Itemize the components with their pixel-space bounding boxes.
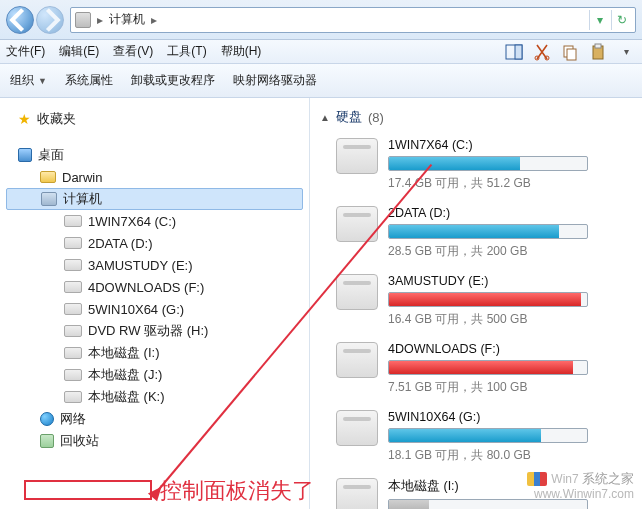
menu-help[interactable]: 帮助(H) (221, 43, 262, 60)
tree-drive-item[interactable]: 本地磁盘 (J:) (0, 364, 309, 386)
drive-icon (64, 325, 82, 337)
tree-label: 收藏夹 (37, 110, 76, 128)
tree-favorites[interactable]: ★ 收藏夹 (0, 108, 309, 130)
organize-button[interactable]: 组织▼ (10, 72, 47, 89)
tree-computer[interactable]: 计算机 (6, 188, 303, 210)
tree-label: 网络 (60, 410, 86, 428)
cut-icon[interactable] (532, 42, 552, 62)
capacity-fill (389, 361, 573, 374)
menu-bar: 文件(F) 编辑(E) 查看(V) 工具(T) 帮助(H) ▾ (0, 40, 642, 64)
capacity-bar (388, 360, 588, 375)
drive-icon (64, 259, 82, 271)
drive-item[interactable]: 2DATA (D:)28.5 GB 可用，共 200 GB (318, 202, 642, 270)
tree-user[interactable]: Darwin (0, 166, 309, 188)
desktop-icon (18, 148, 32, 162)
capacity-bar (388, 224, 588, 239)
drive-stats: 17.4 GB 可用，共 51.2 GB (388, 175, 632, 192)
drive-name: 5WIN10X64 (G:) (388, 410, 632, 424)
tree-network[interactable]: 网络 (0, 408, 309, 430)
tree-drive-item[interactable]: 5WIN10X64 (G:) (0, 298, 309, 320)
tree-label: Darwin (62, 170, 102, 185)
drive-name: 4DOWNLOADS (F:) (388, 342, 632, 356)
capacity-bar (388, 428, 588, 443)
paste-icon[interactable] (588, 42, 608, 62)
tree-drive-item[interactable]: 3AMUSTUDY (E:) (0, 254, 309, 276)
menu-file[interactable]: 文件(F) (6, 43, 45, 60)
drive-item[interactable]: 1WIN7X64 (C:)17.4 GB 可用，共 51.2 GB (318, 134, 642, 202)
tree-label: 计算机 (63, 190, 102, 208)
capacity-fill (389, 500, 429, 509)
refresh-button[interactable]: ↻ (611, 10, 631, 30)
drive-icon (64, 281, 82, 293)
drive-icon (64, 369, 82, 381)
hard-disk-icon (336, 478, 378, 509)
titlebar: ▸ 计算机 ▸ ▾ ↻ (0, 0, 642, 40)
tree-label: 桌面 (38, 146, 64, 164)
tree-drive-item[interactable]: 1WIN7X64 (C:) (0, 210, 309, 232)
drive-item[interactable]: 3AMUSTUDY (E:)16.4 GB 可用，共 500 GB (318, 270, 642, 338)
tree-drive-item[interactable]: 4DOWNLOADS (F:) (0, 276, 309, 298)
capacity-bar (388, 156, 588, 171)
address-bar[interactable]: ▸ 计算机 ▸ ▾ ↻ (70, 7, 636, 33)
tree-label: 2DATA (D:) (88, 236, 153, 251)
flag-icon (527, 472, 547, 486)
drive-info: 2DATA (D:)28.5 GB 可用，共 200 GB (388, 206, 642, 260)
drive-item[interactable]: 4DOWNLOADS (F:)7.51 GB 可用，共 100 GB (318, 338, 642, 406)
tree-recycle-bin[interactable]: 回收站 (0, 430, 309, 452)
drive-info: 5WIN10X64 (G:)18.1 GB 可用，共 80.0 GB (388, 410, 642, 464)
tree-desktop[interactable]: 桌面 (0, 144, 309, 166)
drive-stats: 7.51 GB 可用，共 100 GB (388, 379, 632, 396)
collapse-icon: ▲ (320, 112, 330, 123)
tree-empty-slot (0, 452, 309, 472)
computer-icon (75, 12, 91, 28)
breadcrumb-sep: ▸ (151, 13, 157, 27)
drive-icon (64, 303, 82, 315)
tree-drive-item[interactable]: DVD RW 驱动器 (H:) (0, 320, 309, 342)
nav-forward-button[interactable] (36, 6, 64, 34)
tree-label: 回收站 (60, 432, 99, 450)
group-header-hdd[interactable]: ▲ 硬盘 (8) (318, 104, 642, 134)
command-bar: 组织▼ 系统属性 卸载或更改程序 映射网络驱动器 (0, 64, 642, 98)
tree-drive-item[interactable]: 本地磁盘 (I:) (0, 342, 309, 364)
hard-disk-icon (336, 410, 378, 446)
menu-tools[interactable]: 工具(T) (167, 43, 206, 60)
hard-disk-icon (336, 342, 378, 378)
drive-name: 1WIN7X64 (C:) (388, 138, 632, 152)
tree-label: DVD RW 驱动器 (H:) (88, 322, 208, 340)
drive-info: 3AMUSTUDY (E:)16.4 GB 可用，共 500 GB (388, 274, 642, 328)
drive-item[interactable]: 5WIN10X64 (G:)18.1 GB 可用，共 80.0 GB (318, 406, 642, 474)
drive-stats: 18.1 GB 可用，共 80.0 GB (388, 447, 632, 464)
svg-rect-1 (515, 45, 522, 59)
content-pane: ▲ 硬盘 (8) 1WIN7X64 (C:)17.4 GB 可用，共 51.2 … (310, 98, 642, 509)
capacity-fill (389, 293, 581, 306)
breadcrumb-sep: ▸ (97, 13, 103, 27)
copy-icon[interactable] (560, 42, 580, 62)
drive-icon (64, 215, 82, 227)
menu-view[interactable]: 查看(V) (113, 43, 153, 60)
navigation-pane: ★ 收藏夹 桌面 Darwin 计算机 1WIN7X64 (C:)2DATA (… (0, 98, 310, 509)
capacity-fill (389, 225, 559, 238)
tree-label: 本地磁盘 (J:) (88, 366, 162, 384)
address-dropdown[interactable]: ▾ (589, 10, 609, 30)
tree-label: 本地磁盘 (I:) (88, 344, 160, 362)
svg-rect-7 (595, 44, 601, 48)
uninstall-programs-button[interactable]: 卸载或更改程序 (131, 72, 215, 89)
recycle-bin-icon (40, 434, 54, 448)
preview-pane-icon[interactable] (504, 42, 524, 62)
tree-drive-item[interactable]: 2DATA (D:) (0, 232, 309, 254)
nav-back-button[interactable] (6, 6, 34, 34)
network-icon (40, 412, 54, 426)
drive-info: 1WIN7X64 (C:)17.4 GB 可用，共 51.2 GB (388, 138, 642, 192)
hard-disk-icon (336, 206, 378, 242)
breadcrumb-root[interactable]: 计算机 (109, 11, 145, 28)
hard-disk-icon (336, 274, 378, 310)
watermark: Win7 系统之家 www.Winwin7.com (527, 471, 634, 503)
system-properties-button[interactable]: 系统属性 (65, 72, 113, 89)
tree-label: 5WIN10X64 (G:) (88, 302, 184, 317)
toolbar-chevron-icon[interactable]: ▾ (616, 42, 636, 62)
map-network-drive-button[interactable]: 映射网络驱动器 (233, 72, 317, 89)
user-folder-icon (40, 171, 56, 183)
drive-stats: 28.5 GB 可用，共 200 GB (388, 243, 632, 260)
menu-edit[interactable]: 编辑(E) (59, 43, 99, 60)
tree-drive-item[interactable]: 本地磁盘 (K:) (0, 386, 309, 408)
